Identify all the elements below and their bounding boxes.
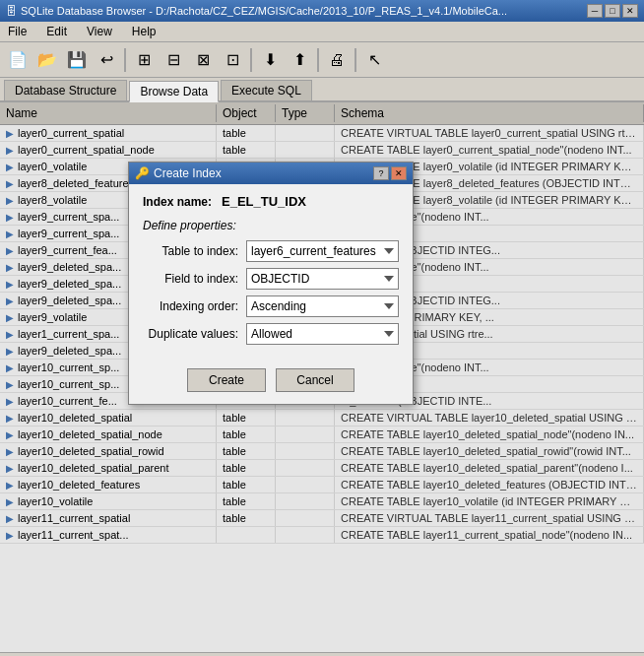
undo-btn[interactable]: ↩: [93, 46, 120, 74]
toolbar-sep-2: [250, 48, 252, 72]
main-area: Name Object Type Schema ▶ layer0_current…: [0, 102, 644, 652]
maximize-button[interactable]: □: [605, 4, 620, 18]
indexing-order-row: Indexing order: Ascending Descending: [143, 295, 399, 317]
indexing-order-label: Indexing order:: [143, 299, 246, 313]
field-to-index-row: Field to index: OBJECTID: [143, 268, 399, 290]
open-db-btn[interactable]: 📂: [33, 46, 61, 74]
cancel-button[interactable]: Cancel: [276, 368, 354, 392]
menu-edit[interactable]: Edit: [42, 24, 71, 39]
table-view-btn[interactable]: ⊞: [130, 46, 158, 74]
toolbar-sep-3: [317, 48, 319, 72]
toolbar: 📄 📂 💾 ↩ ⊞ ⊟ ⊠ ⊡ ⬇ ⬆ 🖨 ↖: [0, 42, 644, 78]
index-name-label: Index name:: [143, 195, 222, 209]
window-title: SQLite Database Browser - D:/Rachota/CZ_…: [21, 5, 507, 17]
table-view2-btn[interactable]: ⊟: [160, 46, 187, 74]
dialog-title-bar: 🔑 Create Index ? ✕: [129, 163, 413, 184]
title-bar-controls[interactable]: ─ □ ✕: [587, 4, 638, 18]
dialog-title: Create Index: [154, 166, 222, 180]
toolbar-sep-1: [124, 48, 126, 72]
create-index-dialog: 🔑 Create Index ? ✕ Index name: E_EL_TU_I…: [128, 162, 414, 405]
title-bar-left: 🗄 SQLite Database Browser - D:/Rachota/C…: [6, 5, 507, 17]
cursor-btn[interactable]: ↖: [360, 46, 388, 74]
close-button[interactable]: ✕: [622, 4, 638, 18]
table-to-index-select[interactable]: layer6_current_features: [246, 240, 399, 262]
save-db-btn[interactable]: 💾: [63, 46, 91, 74]
dialog-buttons: Create Cancel: [129, 361, 413, 404]
table-view4-btn[interactable]: ⊡: [219, 46, 246, 74]
import-btn[interactable]: ⬇: [256, 46, 284, 74]
minimize-button[interactable]: ─: [587, 4, 603, 18]
menu-bar: File Edit View Help: [0, 22, 644, 42]
table-view3-btn[interactable]: ⊠: [189, 46, 217, 74]
create-button[interactable]: Create: [187, 368, 266, 392]
index-name-row: Index name: E_EL_TU_IDX: [143, 194, 399, 209]
modal-overlay: 🔑 Create Index ? ✕ Index name: E_EL_TU_I…: [0, 102, 644, 652]
tab-execute-sql[interactable]: Execute SQL: [221, 80, 312, 100]
dialog-title-controls[interactable]: ? ✕: [373, 166, 407, 180]
title-bar: 🗄 SQLite Database Browser - D:/Rachota/C…: [0, 0, 644, 22]
index-name-value: E_EL_TU_IDX: [222, 194, 306, 209]
status-bar: [0, 652, 644, 656]
dialog-close-btn[interactable]: ✕: [391, 166, 407, 180]
toolbar-sep-4: [354, 48, 356, 72]
tab-bar: Database Structure Browse Data Execute S…: [0, 78, 644, 102]
indexing-order-select[interactable]: Ascending Descending: [246, 295, 399, 317]
duplicate-values-select[interactable]: Allowed Not Allowed: [246, 323, 399, 345]
tab-browse-data[interactable]: Browse Data: [129, 81, 219, 102]
tab-database-structure[interactable]: Database Structure: [4, 80, 127, 100]
field-to-index-select[interactable]: OBJECTID: [246, 268, 399, 290]
table-to-index-label: Table to index:: [143, 244, 246, 258]
field-to-index-label: Field to index:: [143, 272, 246, 286]
export-btn[interactable]: ⬆: [286, 46, 313, 74]
dialog-body: Index name: E_EL_TU_IDX Define propertie…: [129, 184, 413, 361]
new-db-btn[interactable]: 📄: [4, 46, 32, 74]
app-icon: 🗄: [6, 5, 17, 17]
print-btn[interactable]: 🖨: [323, 46, 351, 74]
menu-view[interactable]: View: [83, 24, 116, 39]
duplicate-values-row: Duplicate values: Allowed Not Allowed: [143, 323, 399, 345]
dialog-title-icon: 🔑: [135, 166, 150, 180]
dialog-help-btn[interactable]: ?: [373, 166, 389, 180]
define-props-label: Define properties:: [143, 219, 399, 232]
menu-file[interactable]: File: [4, 24, 31, 39]
table-to-index-row: Table to index: layer6_current_features: [143, 240, 399, 262]
menu-help[interactable]: Help: [128, 24, 161, 39]
duplicate-values-label: Duplicate values:: [143, 327, 246, 341]
